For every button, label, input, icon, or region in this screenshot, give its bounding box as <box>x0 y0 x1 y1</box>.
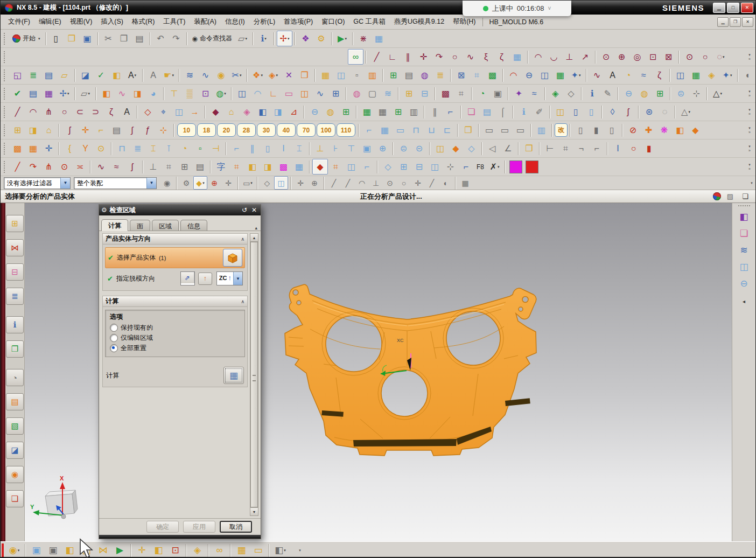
chamfer[interactable]: ◡ <box>546 49 562 65</box>
toolbar-icon[interactable]: ∿ <box>198 67 213 83</box>
toolbar-icon[interactable]: ⊹ <box>443 159 458 175</box>
toolbar-icon[interactable]: ◉ <box>213 67 229 83</box>
toolbar-icon[interactable]: ∟ <box>265 86 281 101</box>
toolbar-icon[interactable]: ◍ <box>323 104 338 120</box>
toolbar-icon[interactable]: ⊞ <box>328 86 344 101</box>
toolbar-icon[interactable]: ◕ <box>145 86 161 101</box>
intersection[interactable]: ○ <box>697 49 713 65</box>
dropdown-caret-icon[interactable]: ▾ <box>284 548 286 552</box>
toolbar-icon[interactable]: ▫ <box>349 67 365 83</box>
class-timer-notification[interactable]: 上课中 00:16:08 ˅ <box>463 1 571 16</box>
toolbar-icon[interactable]: ▭ <box>513 122 528 138</box>
toolbar-icon[interactable]: ✛ <box>41 141 57 156</box>
toolbar-icon[interactable]: ⊖ <box>621 86 636 101</box>
toolbar-icon[interactable]: ⊓ <box>408 122 424 138</box>
right-tool-assembly-cut[interactable]: ◫ <box>737 260 752 274</box>
toolbar-icon[interactable]: ⊣ <box>208 141 223 156</box>
toolbar-icon[interactable]: ⊥ <box>369 176 383 190</box>
toolbar-icon[interactable]: ▤ <box>109 122 124 138</box>
right-tool-sheet-body[interactable]: ❏ <box>737 226 752 241</box>
toolbar-icon[interactable]: ⋔ <box>41 104 57 120</box>
play[interactable]: ▶▾ <box>334 31 350 46</box>
toolbar-icon[interactable]: ⊖ <box>521 67 537 83</box>
toolbar-icon[interactable]: ▣ <box>359 141 375 156</box>
dropdown-caret-icon[interactable]: ▾ <box>245 37 247 40</box>
new-file[interactable]: ▯ <box>48 31 64 46</box>
toolbar-icon[interactable]: ⊂ <box>72 104 88 120</box>
toolbar-icon[interactable]: ⊿ <box>286 104 302 120</box>
toolbar-icon[interactable]: ▦ <box>552 67 568 83</box>
toolbar-icon[interactable]: ʃ <box>620 104 636 120</box>
wave-geometry-linker[interactable]: ◈ <box>189 542 206 558</box>
snapshot[interactable]: ▣ <box>45 542 61 558</box>
arc[interactable]: ↷ <box>431 49 447 65</box>
collapse-chevron-icon[interactable]: ∧ <box>241 236 244 242</box>
inferred-vector-icon[interactable]: ↑ <box>198 273 212 285</box>
menu-item-1[interactable]: 编辑(E) <box>34 15 66 29</box>
toolbar-icon[interactable]: ◍ <box>417 67 432 83</box>
ok-button[interactable]: 确定 <box>146 521 179 533</box>
combo-dropdown-icon[interactable]: ▼ <box>146 178 156 189</box>
menu-item-2[interactable]: 视图(V) <box>66 15 97 29</box>
profile[interactable]: ∟ <box>384 49 400 65</box>
save-file[interactable]: ▣ <box>80 31 95 46</box>
resource-tab-history[interactable]: ❐ <box>6 340 24 358</box>
toolbar-icon[interactable]: ▦ <box>375 104 390 120</box>
toolbar-icon[interactable]: ⌐ <box>589 141 605 156</box>
undo[interactable]: ↶ <box>153 31 169 46</box>
doc-minimize-button[interactable]: ▁ <box>717 17 729 27</box>
toolbar-icon[interactable]: 字 <box>213 159 229 175</box>
combo-dropdown-icon[interactable]: ▼ <box>233 272 242 285</box>
doc-restore-button[interactable]: ❐ <box>730 17 741 27</box>
menu-item-15[interactable]: HB_MOULD M6.6 <box>485 16 548 28</box>
toolbar-icon[interactable]: ⊞ <box>338 104 354 120</box>
tab-information[interactable]: 信息 <box>180 220 207 231</box>
toolbar-icon[interactable]: ⌐ <box>361 122 377 138</box>
toolbar-icon[interactable]: ⊹ <box>689 86 704 101</box>
toolbar-icon[interactable]: ◨ <box>130 86 145 101</box>
menu-item-8[interactable]: 分析(L) <box>249 15 279 29</box>
toolbar-icon[interactable]: ◔ <box>620 67 636 83</box>
group-header-calculate[interactable]: 计算 ∧ <box>102 296 248 307</box>
toolbar-icon[interactable]: ≋ <box>182 67 198 83</box>
bottom-toolbar-overflow[interactable]: ▾ <box>296 548 304 553</box>
assembly-misc[interactable]: ◧▾ <box>272 542 289 558</box>
resource-tab-process-studio[interactable]: ◔ <box>6 369 24 386</box>
dialog-close-icon[interactable]: ✕ <box>250 206 261 214</box>
toolbar-icon[interactable]: ▩ <box>10 141 25 156</box>
toolbar-icon[interactable]: ∥ <box>427 104 443 120</box>
snap-point[interactable]: ◆▾ <box>193 176 207 190</box>
toolbar-icon[interactable]: ◫ <box>297 86 312 101</box>
toolbar-icon[interactable]: ◐ <box>740 67 756 83</box>
toolbar-grip[interactable] <box>4 51 7 63</box>
interpart-link[interactable]: ∞ <box>211 542 228 558</box>
select-body-button[interactable] <box>223 249 242 267</box>
resource-tab-part-navigator[interactable]: ⊟ <box>6 263 24 281</box>
toolbar-icon[interactable]: → <box>187 104 202 120</box>
toolbar-icon[interactable]: ❖▾ <box>250 67 265 83</box>
toolbar-icon[interactable]: ▥ <box>365 67 380 83</box>
quick-trim[interactable]: ⊙ <box>598 49 614 65</box>
assembly-constraints[interactable]: ⋈ <box>95 542 111 558</box>
toolbar-icon[interactable]: ✗▾ <box>487 159 502 175</box>
color-swatch[interactable] <box>509 161 522 173</box>
toolbar-icon[interactable]: ≣ <box>130 141 145 156</box>
command-finder-button[interactable]: ◉命令查找器 <box>190 34 235 43</box>
close-button[interactable]: ✕ <box>741 3 753 13</box>
toolbar-icon[interactable]: ◠ <box>25 104 41 120</box>
toolbar-icon[interactable]: ▢ <box>365 86 380 101</box>
cut[interactable]: ✂ <box>101 31 116 46</box>
toolbar-icon[interactable]: ▒ <box>182 86 198 101</box>
dialog-menu-icon[interactable]: ⚙ <box>101 206 107 214</box>
model-part[interactable]: XC <box>272 278 542 461</box>
toolbar-icon[interactable]: ⌶ <box>145 141 161 156</box>
information[interactable]: ℹ▾ <box>256 31 271 46</box>
toolbar-icon[interactable]: ⊤ <box>166 86 182 101</box>
size-button-110[interactable]: 110 <box>337 123 355 137</box>
toolbar-icon[interactable]: ⊕ <box>375 141 390 156</box>
toolbar-icon[interactable]: ✦▾ <box>568 67 584 83</box>
line[interactable]: ╱ <box>369 49 384 65</box>
collapse-chevron-icon[interactable]: ∧ <box>241 299 244 304</box>
toolbar-grip[interactable] <box>4 143 7 155</box>
selection-scope-combo[interactable]: 整个装配 ▼ <box>74 177 157 189</box>
